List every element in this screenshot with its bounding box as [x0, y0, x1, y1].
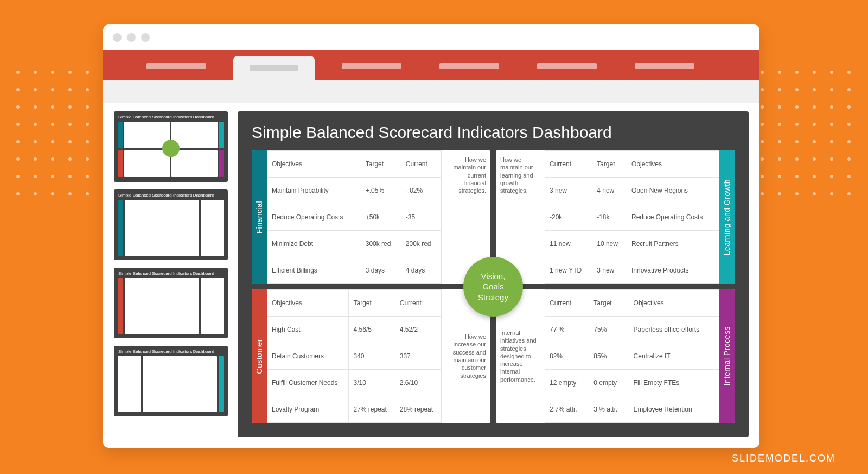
- learning-label-stripe: Learning and Growth: [719, 150, 735, 284]
- ribbon-tabs: [103, 50, 760, 80]
- customer-label: Customer: [255, 339, 264, 374]
- table-row: 82%85%Centralize IT: [545, 343, 719, 370]
- circle-icon: [162, 140, 180, 157]
- table-row: Loyalty Program27% repeat28% repeat: [267, 396, 442, 423]
- quadrant-internal: Internal Process CurrentTargetObjectives…: [496, 289, 735, 423]
- scorecard-grid: Financial ObjectivesTargetCurrent Mainta…: [252, 150, 735, 423]
- slide-thumbnails: Simple Balanced Scorecard Indicators Das…: [114, 111, 228, 437]
- customer-table: ObjectivesTargetCurrent High Cast4.56/54…: [267, 289, 442, 423]
- ribbon-tab[interactable]: [136, 62, 217, 70]
- thumb-title: Simple Balanced Scorecard Indicators Das…: [118, 271, 224, 276]
- slide-thumbnail-2[interactable]: Simple Balanced Scorecard Indicators Das…: [114, 189, 228, 260]
- ribbon-tab[interactable]: [331, 62, 412, 70]
- financial-label: Financial: [255, 201, 264, 234]
- quadrant-learning: Learning and Growth CurrentTargetObjecti…: [496, 150, 735, 284]
- table-row: 77 %75%Paperless office efforts: [545, 317, 719, 343]
- financial-label-stripe: Financial: [252, 150, 267, 284]
- app-window: Simple Balanced Scorecard Indicators Das…: [103, 24, 760, 448]
- thumb-title: Simple Balanced Scorecard Indicators Das…: [118, 193, 224, 198]
- internal-label-stripe: Internal Process: [719, 289, 735, 423]
- slide-title: Simple Balanced Scorecard Indicators Das…: [252, 123, 735, 142]
- table-row: 3 new4 newOpen New Regions: [545, 178, 719, 204]
- ribbon-tab-active[interactable]: [233, 56, 315, 80]
- center-circle-text: Vision, Goals Strategy: [478, 271, 508, 303]
- table-row: Efficient Billings3 days4 days: [267, 257, 442, 284]
- table-row: -20k-18kReduce Operating Costs: [545, 204, 719, 231]
- quadrant-customer: Customer ObjectivesTargetCurrent High Ca…: [252, 289, 490, 423]
- table-row: Reduce Operating Costs+50k-35: [267, 204, 442, 231]
- editor-content: Simple Balanced Scorecard Indicators Das…: [103, 103, 760, 448]
- traffic-light-icon: [141, 33, 150, 42]
- learning-label: Learning and Growth: [723, 179, 731, 255]
- ribbon-tab[interactable]: [624, 62, 705, 70]
- customer-label-stripe: Customer: [252, 289, 267, 423]
- table-row: Maintain Probability+.05%-.02%: [267, 178, 442, 204]
- internal-table: CurrentTargetObjectives 77 %75%Paperless…: [545, 289, 719, 423]
- thumb-title: Simple Balanced Scorecard Indicators Das…: [118, 115, 224, 119]
- slide-thumbnail-1[interactable]: Simple Balanced Scorecard Indicators Das…: [114, 111, 228, 182]
- table-row: Fulfill Customer Needs3/102.6/10: [267, 370, 442, 396]
- traffic-light-icon: [113, 33, 122, 42]
- learning-table: CurrentTargetObjectives 3 new4 newOpen N…: [545, 150, 719, 284]
- ribbon-area: [103, 80, 760, 103]
- main-slide[interactable]: Simple Balanced Scorecard Indicators Das…: [238, 111, 749, 437]
- ribbon-tab[interactable]: [429, 62, 510, 70]
- quadrant-financial: Financial ObjectivesTargetCurrent Mainta…: [252, 150, 490, 284]
- internal-label: Internal Process: [723, 326, 731, 385]
- table-row: Minimize Debt300k red200k red: [267, 231, 442, 257]
- traffic-light-icon: [127, 33, 136, 42]
- table-row: 2.7% attr.3 % attr.Employee Retention: [545, 396, 719, 423]
- slide-thumbnail-3[interactable]: Simple Balanced Scorecard Indicators Das…: [114, 268, 228, 338]
- financial-table: ObjectivesTargetCurrent Maintain Probabi…: [267, 150, 442, 284]
- thumb-title: Simple Balanced Scorecard Indicators Das…: [118, 349, 224, 354]
- table-row: 1 new YTD3 newInnovative Products: [545, 257, 719, 284]
- bg-dots-left: [16, 71, 90, 197]
- table-row: 12 empty0 emptyFill Empty FTEs: [545, 370, 719, 396]
- table-row: High Cast4.56/54.52/2: [267, 317, 442, 343]
- window-titlebar: [103, 24, 760, 50]
- watermark: SLIDEMODEL.COM: [732, 453, 835, 464]
- center-circle: Vision, Goals Strategy: [463, 257, 523, 317]
- slide-thumbnail-4[interactable]: Simple Balanced Scorecard Indicators Das…: [114, 346, 228, 416]
- table-row: 11 new10 newRecruit Partners: [545, 231, 719, 257]
- ribbon-tab[interactable]: [526, 62, 608, 70]
- table-row: Retain Customers340337: [267, 343, 442, 370]
